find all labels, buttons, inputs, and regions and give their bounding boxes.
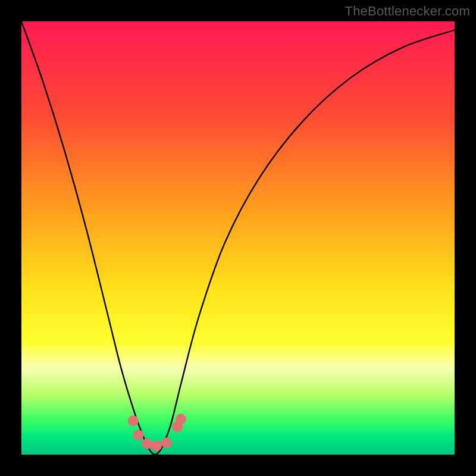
data-marker [142,439,152,449]
watermark-text: TheBottlenecker.com [345,4,470,19]
data-marker [161,437,172,448]
plot-svg [0,0,476,476]
gradient-background [21,21,455,455]
data-marker [133,430,144,440]
data-marker [151,440,162,451]
data-marker [128,415,139,426]
chart-container: { "watermark": "TheBottlenecker.com", "p… [0,0,476,476]
data-marker [176,414,186,424]
